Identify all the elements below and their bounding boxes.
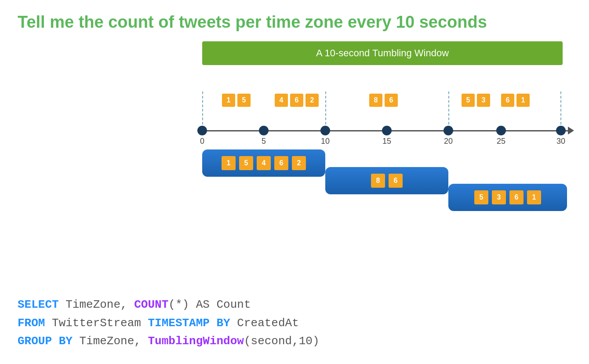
num-box-2-3: 2 [305,94,319,107]
dot-15 [382,126,392,135]
dot-25 [496,126,506,135]
num-box-1-2: 5 [237,94,251,107]
num-box-1-1: 1 [222,94,235,107]
sql-l3-space [52,335,59,348]
sql-line-1: SELECT TimeZone, COUNT(*) AS Count [18,296,320,314]
tick-5: 5 [262,137,266,146]
kw-timestamp: TIMESTAMP [148,317,209,330]
diagram-area: A 10-second Tumbling Window 1 5 4 6 2 8 … [185,41,580,206]
tick-25: 25 [497,137,505,146]
dot-0 [197,126,207,135]
dot-5 [259,126,269,135]
bnum-2-1: 8 [371,174,385,188]
timeline-arrow [568,127,574,135]
window-banner: A 10-second Tumbling Window [202,41,563,65]
num-box-5-1: 6 [501,94,514,107]
kw-by2: BY [59,335,73,348]
blue-window-2: 8 6 [325,167,448,194]
sql-l1-rest1: TimeZone, [59,298,135,311]
blue-window-1: 1 5 4 6 2 [202,149,325,177]
kw-tumbling: TumblingWindow [148,335,244,348]
blue-window-3: 5 3 6 1 [448,184,567,211]
num-box-4-2: 3 [477,94,490,107]
sql-l1-rest2: (*) AS Count [168,298,251,311]
tick-0: 0 [200,137,204,146]
bnum-2-2: 6 [389,174,403,188]
bnum-3-2: 3 [492,190,506,204]
timeline-container: 1 5 4 6 2 8 6 5 3 6 1 0 5 10 15 20 25 30 [193,65,571,206]
sql-line-3: GROUP BY TimeZone, TumblingWindow(second… [18,332,320,351]
sql-l2-rest2 [210,317,217,330]
dot-10 [320,126,330,135]
bnum-1-4: 6 [274,156,288,170]
kw-from: FROM [18,317,45,330]
tick-15: 15 [382,137,391,146]
kw-by: BY [217,317,230,330]
bnum-1-1: 1 [222,156,236,170]
sql-l3-rest1: TimeZone, [73,335,148,348]
num-box-3-2: 6 [385,94,398,107]
bnum-1-5: 2 [292,156,306,170]
bnum-3-1: 5 [474,190,488,204]
tick-10: 10 [321,137,330,146]
kw-select: SELECT [18,298,59,311]
kw-count: COUNT [134,298,168,311]
num-box-2-1: 4 [275,94,288,107]
num-box-5-2: 1 [516,94,530,107]
kw-group: GROUP [18,335,52,348]
sql-l2-rest3: CreatedAt [230,317,299,330]
bnum-1-3: 4 [257,156,271,170]
num-box-4-1: 5 [462,94,475,107]
num-box-2-2: 6 [290,94,303,107]
dot-20 [444,126,453,135]
sql-l2-rest1: TwitterStream [45,317,148,330]
bnum-1-2: 5 [239,156,253,170]
tick-20: 20 [444,137,453,146]
dot-30 [556,126,566,135]
sql-l3-rest2: (second,10) [244,335,320,348]
tick-30: 30 [556,137,565,146]
bnum-3-4: 1 [527,190,541,204]
sql-line-2: FROM TwitterStream TIMESTAMP BY CreatedA… [18,314,320,333]
bnum-3-3: 6 [509,190,524,204]
sql-section: SELECT TimeZone, COUNT(*) AS Count FROM … [18,296,320,351]
num-box-3-1: 8 [369,94,382,107]
page-title: Tell me the count of tweets per time zon… [0,0,589,37]
